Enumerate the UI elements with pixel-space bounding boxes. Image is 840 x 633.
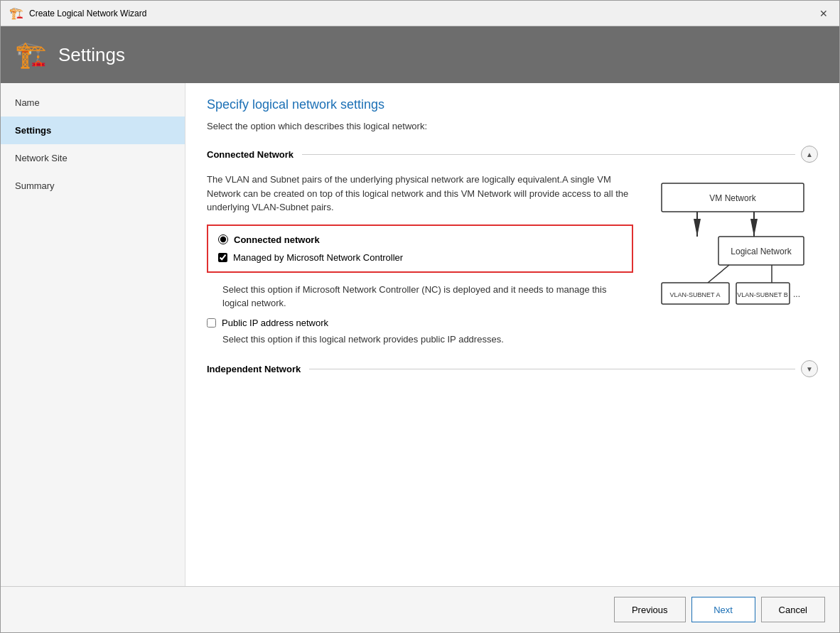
managed-checkbox-row: Managed by Microsoft Network Controller [218, 252, 622, 263]
connected-network-radio[interactable] [218, 234, 228, 244]
page-description: Select the option which describes this l… [207, 121, 818, 131]
window-icon: 🏗️ [9, 6, 23, 20]
sidebar-item-settings[interactable]: Settings [1, 117, 185, 144]
sidebar: Name Settings Network Site Summary [1, 83, 185, 586]
independent-section-divider [309, 369, 795, 369]
cancel-button[interactable]: Cancel [761, 597, 825, 622]
main-content: Name Settings Network Site Summary Speci… [1, 83, 839, 586]
public-ip-row: Public IP address network [207, 318, 633, 328]
connected-network-radio-row: Connected network [218, 234, 622, 245]
svg-text:Logical Network: Logical Network [731, 247, 792, 256]
header-title: Settings [58, 44, 125, 66]
sidebar-item-name[interactable]: Name [1, 89, 185, 117]
close-button[interactable]: ✕ [817, 6, 831, 21]
network-diagram: VM Network Logical Network [647, 173, 818, 346]
svg-text:VM Network: VM Network [709, 193, 756, 203]
connected-network-radio-label[interactable]: Connected network [234, 234, 320, 245]
independent-network-header: Independent Network ▼ [207, 360, 818, 377]
page-title: Specify logical network settings [207, 97, 818, 112]
section-left: The VLAN and Subnet pairs of the underly… [207, 173, 633, 346]
independent-network-toggle[interactable]: ▼ [801, 360, 818, 377]
connected-network-desc: The VLAN and Subnet pairs of the underly… [207, 173, 633, 215]
managed-checkbox[interactable] [218, 253, 227, 262]
scrollable-content[interactable]: Specify logical network settings Select … [185, 83, 839, 586]
managed-checkbox-label[interactable]: Managed by Microsoft Network Controller [233, 252, 403, 263]
svg-text:VLAN-SUBNET B: VLAN-SUBNET B [737, 291, 787, 298]
connected-network-body: The VLAN and Subnet pairs of the underly… [207, 173, 818, 346]
title-bar: 🏗️ Create Logical Network Wizard ✕ [1, 1, 839, 26]
public-ip-desc: Select this option if this logical netwo… [222, 332, 633, 347]
connected-network-title: Connected Network [207, 149, 294, 160]
highlighted-options-box: Connected network Managed by Microsoft N… [207, 224, 633, 273]
svg-text:...: ... [793, 289, 800, 299]
wizard-window: 🏗️ Create Logical Network Wizard ✕ 🏗️ Se… [0, 0, 840, 633]
title-bar-left: 🏗️ Create Logical Network Wizard [9, 6, 146, 20]
content-area: Specify logical network settings Select … [185, 83, 839, 586]
window-title: Create Logical Network Wizard [29, 9, 146, 18]
svg-line-8 [708, 265, 729, 283]
sidebar-item-network-site[interactable]: Network Site [1, 144, 185, 172]
section-divider [302, 154, 795, 155]
next-button[interactable]: Next [691, 597, 755, 622]
svg-text:VLAN-SUBNET A: VLAN-SUBNET A [670, 291, 721, 298]
public-ip-checkbox[interactable] [207, 318, 216, 328]
footer-bar: Previous Next Cancel [1, 586, 839, 632]
connected-network-header: Connected Network ▲ [207, 146, 818, 163]
diagram-svg: VM Network Logical Network [655, 180, 811, 322]
previous-button[interactable]: Previous [614, 597, 686, 622]
public-ip-label[interactable]: Public IP address network [222, 318, 328, 328]
header-bar: 🏗️ Settings [1, 26, 839, 83]
independent-network-title: Independent Network [207, 364, 301, 374]
sidebar-item-summary[interactable]: Summary [1, 172, 185, 200]
header-icon: 🏗️ [15, 40, 47, 70]
managed-sub-desc: Select this option if Microsoft Network … [222, 283, 633, 310]
connected-network-toggle[interactable]: ▲ [801, 146, 818, 163]
